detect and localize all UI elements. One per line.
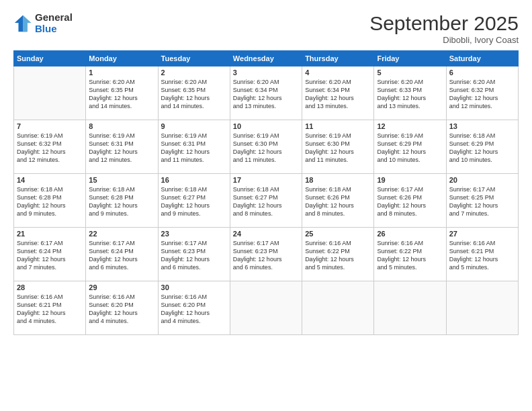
day-number: 22 bbox=[89, 230, 154, 238]
day-number: 15 bbox=[89, 176, 154, 184]
logo: General Blue bbox=[13, 12, 73, 34]
day-info: Sunrise: 6:17 AM Sunset: 6:23 PM Dayligh… bbox=[161, 239, 227, 272]
day-number: 9 bbox=[161, 122, 227, 130]
logo-blue: Blue bbox=[35, 24, 73, 35]
calendar-cell bbox=[230, 281, 302, 335]
calendar-body: 1Sunrise: 6:20 AM Sunset: 6:35 PM Daylig… bbox=[14, 66, 519, 335]
calendar-cell: 4Sunrise: 6:20 AM Sunset: 6:34 PM Daylig… bbox=[302, 66, 374, 120]
calendar-cell: 6Sunrise: 6:20 AM Sunset: 6:32 PM Daylig… bbox=[446, 66, 518, 120]
calendar-cell: 25Sunrise: 6:16 AM Sunset: 6:22 PM Dayli… bbox=[302, 228, 374, 281]
day-number: 24 bbox=[233, 230, 299, 238]
calendar-cell bbox=[374, 281, 446, 335]
calendar-cell: 17Sunrise: 6:18 AM Sunset: 6:27 PM Dayli… bbox=[230, 174, 302, 228]
day-info: Sunrise: 6:19 AM Sunset: 6:31 PM Dayligh… bbox=[161, 132, 227, 165]
day-info: Sunrise: 6:17 AM Sunset: 6:23 PM Dayligh… bbox=[233, 239, 299, 272]
col-monday: Monday bbox=[86, 51, 158, 66]
day-info: Sunrise: 6:20 AM Sunset: 6:34 PM Dayligh… bbox=[305, 78, 371, 111]
calendar-cell: 11Sunrise: 6:19 AM Sunset: 6:30 PM Dayli… bbox=[302, 120, 374, 174]
calendar-cell: 20Sunrise: 6:17 AM Sunset: 6:25 PM Dayli… bbox=[446, 174, 518, 228]
day-info: Sunrise: 6:17 AM Sunset: 6:26 PM Dayligh… bbox=[377, 185, 443, 218]
calendar-cell: 7Sunrise: 6:19 AM Sunset: 6:32 PM Daylig… bbox=[14, 120, 86, 174]
calendar-cell: 16Sunrise: 6:18 AM Sunset: 6:27 PM Dayli… bbox=[158, 174, 230, 228]
day-number: 18 bbox=[305, 176, 371, 184]
day-number: 21 bbox=[17, 230, 83, 238]
day-number: 25 bbox=[305, 230, 371, 238]
day-info: Sunrise: 6:16 AM Sunset: 6:20 PM Dayligh… bbox=[89, 293, 154, 326]
calendar-cell: 19Sunrise: 6:17 AM Sunset: 6:26 PM Dayli… bbox=[374, 174, 446, 228]
day-number: 20 bbox=[449, 176, 515, 184]
day-info: Sunrise: 6:18 AM Sunset: 6:27 PM Dayligh… bbox=[233, 185, 299, 218]
day-number: 3 bbox=[233, 68, 299, 77]
col-friday: Friday bbox=[374, 51, 446, 66]
day-number: 1 bbox=[89, 68, 154, 77]
day-info: Sunrise: 6:19 AM Sunset: 6:29 PM Dayligh… bbox=[377, 132, 443, 165]
calendar-cell: 29Sunrise: 6:16 AM Sunset: 6:20 PM Dayli… bbox=[86, 281, 158, 335]
day-number: 7 bbox=[17, 122, 83, 130]
calendar-cell: 15Sunrise: 6:18 AM Sunset: 6:28 PM Dayli… bbox=[86, 174, 158, 228]
day-info: Sunrise: 6:17 AM Sunset: 6:24 PM Dayligh… bbox=[89, 239, 154, 272]
day-info: Sunrise: 6:18 AM Sunset: 6:27 PM Dayligh… bbox=[161, 185, 227, 218]
day-info: Sunrise: 6:18 AM Sunset: 6:28 PM Dayligh… bbox=[89, 185, 154, 218]
day-info: Sunrise: 6:16 AM Sunset: 6:21 PM Dayligh… bbox=[449, 239, 515, 272]
col-wednesday: Wednesday bbox=[230, 51, 302, 66]
day-info: Sunrise: 6:17 AM Sunset: 6:25 PM Dayligh… bbox=[449, 185, 515, 218]
page: General Blue September 2025 Dibobli, Ivo… bbox=[0, 0, 532, 411]
calendar-cell: 2Sunrise: 6:20 AM Sunset: 6:35 PM Daylig… bbox=[158, 66, 230, 120]
calendar-table: Sunday Monday Tuesday Wednesday Thursday… bbox=[13, 50, 519, 335]
day-number: 13 bbox=[449, 122, 515, 130]
day-number: 10 bbox=[233, 122, 299, 130]
calendar-cell bbox=[14, 66, 86, 120]
day-info: Sunrise: 6:17 AM Sunset: 6:24 PM Dayligh… bbox=[17, 239, 83, 272]
calendar-cell: 5Sunrise: 6:20 AM Sunset: 6:33 PM Daylig… bbox=[374, 66, 446, 120]
day-info: Sunrise: 6:19 AM Sunset: 6:30 PM Dayligh… bbox=[305, 132, 371, 165]
days-of-week-row: Sunday Monday Tuesday Wednesday Thursday… bbox=[14, 51, 519, 66]
logo-text: General Blue bbox=[35, 12, 73, 34]
day-info: Sunrise: 6:18 AM Sunset: 6:26 PM Dayligh… bbox=[305, 185, 371, 218]
calendar-cell: 23Sunrise: 6:17 AM Sunset: 6:23 PM Dayli… bbox=[158, 228, 230, 281]
day-info: Sunrise: 6:16 AM Sunset: 6:22 PM Dayligh… bbox=[377, 239, 443, 272]
calendar-cell: 30Sunrise: 6:16 AM Sunset: 6:20 PM Dayli… bbox=[158, 281, 230, 335]
calendar-cell: 14Sunrise: 6:18 AM Sunset: 6:28 PM Dayli… bbox=[14, 174, 86, 228]
month-title: September 2025 bbox=[369, 12, 519, 35]
day-info: Sunrise: 6:19 AM Sunset: 6:31 PM Dayligh… bbox=[89, 132, 154, 165]
col-tuesday: Tuesday bbox=[158, 51, 230, 66]
calendar-cell: 24Sunrise: 6:17 AM Sunset: 6:23 PM Dayli… bbox=[230, 228, 302, 281]
day-number: 2 bbox=[161, 68, 227, 77]
calendar-cell: 1Sunrise: 6:20 AM Sunset: 6:35 PM Daylig… bbox=[86, 66, 158, 120]
day-info: Sunrise: 6:16 AM Sunset: 6:20 PM Dayligh… bbox=[161, 293, 227, 326]
calendar-cell: 12Sunrise: 6:19 AM Sunset: 6:29 PM Dayli… bbox=[374, 120, 446, 174]
day-number: 4 bbox=[305, 68, 371, 77]
day-number: 19 bbox=[377, 176, 443, 184]
day-info: Sunrise: 6:19 AM Sunset: 6:32 PM Dayligh… bbox=[17, 132, 83, 165]
logo-general: General bbox=[35, 12, 73, 24]
svg-marker-1 bbox=[23, 15, 31, 31]
day-number: 30 bbox=[161, 283, 227, 291]
day-number: 6 bbox=[449, 68, 515, 77]
calendar-cell: 18Sunrise: 6:18 AM Sunset: 6:26 PM Dayli… bbox=[302, 174, 374, 228]
day-number: 14 bbox=[17, 176, 83, 184]
calendar-cell: 13Sunrise: 6:18 AM Sunset: 6:29 PM Dayli… bbox=[446, 120, 518, 174]
calendar-cell: 3Sunrise: 6:20 AM Sunset: 6:34 PM Daylig… bbox=[230, 66, 302, 120]
title-area: September 2025 Dibobli, Ivory Coast bbox=[369, 12, 519, 45]
day-number: 5 bbox=[377, 68, 443, 77]
calendar-cell: 8Sunrise: 6:19 AM Sunset: 6:31 PM Daylig… bbox=[86, 120, 158, 174]
day-info: Sunrise: 6:16 AM Sunset: 6:22 PM Dayligh… bbox=[305, 239, 371, 272]
day-info: Sunrise: 6:20 AM Sunset: 6:35 PM Dayligh… bbox=[161, 78, 227, 111]
day-number: 29 bbox=[89, 283, 154, 291]
col-sunday: Sunday bbox=[14, 51, 86, 66]
day-number: 11 bbox=[305, 122, 371, 130]
day-number: 16 bbox=[161, 176, 227, 184]
day-number: 28 bbox=[17, 283, 83, 291]
day-info: Sunrise: 6:16 AM Sunset: 6:21 PM Dayligh… bbox=[17, 293, 83, 326]
day-info: Sunrise: 6:18 AM Sunset: 6:29 PM Dayligh… bbox=[449, 132, 515, 165]
day-info: Sunrise: 6:19 AM Sunset: 6:30 PM Dayligh… bbox=[233, 132, 299, 165]
logo-icon bbox=[13, 14, 32, 33]
header: General Blue September 2025 Dibobli, Ivo… bbox=[13, 12, 519, 45]
calendar-cell: 27Sunrise: 6:16 AM Sunset: 6:21 PM Dayli… bbox=[446, 228, 518, 281]
day-number: 23 bbox=[161, 230, 227, 238]
day-number: 26 bbox=[377, 230, 443, 238]
calendar-cell: 21Sunrise: 6:17 AM Sunset: 6:24 PM Dayli… bbox=[14, 228, 86, 281]
day-info: Sunrise: 6:20 AM Sunset: 6:32 PM Dayligh… bbox=[449, 78, 515, 111]
day-info: Sunrise: 6:18 AM Sunset: 6:28 PM Dayligh… bbox=[17, 185, 83, 218]
calendar-cell bbox=[302, 281, 374, 335]
